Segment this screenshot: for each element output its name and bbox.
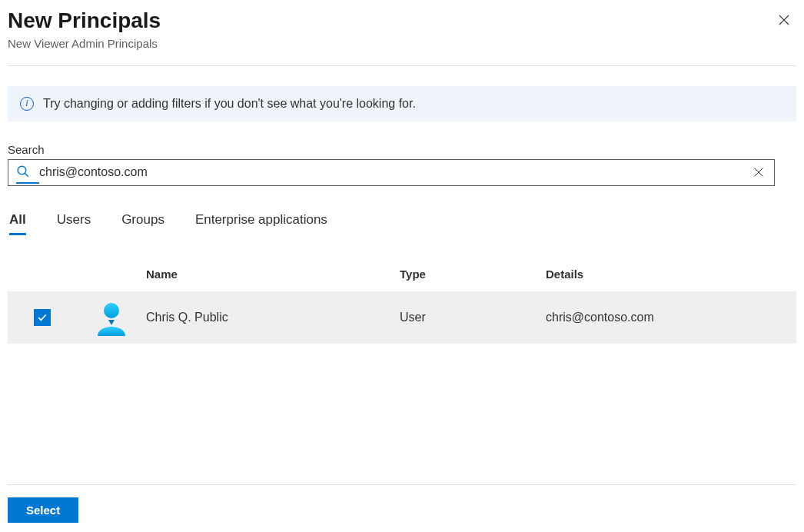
info-icon: i	[20, 97, 34, 111]
column-header-details[interactable]: Details	[546, 268, 796, 281]
row-type: User	[400, 311, 546, 324]
search-icon	[16, 165, 30, 178]
tab-users[interactable]: Users	[57, 212, 91, 234]
svg-line-3	[25, 173, 28, 177]
results-table: Name Type Details	[8, 260, 796, 344]
close-button[interactable]	[772, 8, 796, 32]
info-banner-text: Try changing or adding filters if you do…	[43, 97, 416, 111]
tab-enterprise-applications[interactable]: Enterprise applications	[195, 212, 327, 234]
row-avatar-cell	[77, 299, 146, 336]
column-header-name[interactable]: Name	[146, 268, 400, 281]
user-avatar-icon	[93, 299, 130, 336]
page-subtitle: New Viewer Admin Principals	[8, 37, 161, 50]
column-header-type[interactable]: Type	[400, 268, 546, 281]
row-checkbox-cell	[8, 309, 77, 326]
svg-point-2	[18, 166, 26, 175]
search-label: Search	[8, 143, 796, 156]
row-name: Chris Q. Public	[146, 311, 400, 324]
tab-all[interactable]: All	[9, 212, 26, 234]
close-icon	[777, 13, 791, 27]
clear-search-button[interactable]	[751, 165, 766, 180]
filter-tabs: All Users Groups Enterprise applications	[8, 212, 796, 234]
table-header: Name Type Details	[8, 260, 796, 291]
page-title: New Principals	[8, 8, 161, 34]
search-input[interactable]	[39, 165, 751, 179]
row-checkbox[interactable]	[34, 309, 51, 326]
header-titles: New Principals New Viewer Admin Principa…	[8, 8, 161, 50]
search-box[interactable]	[8, 159, 775, 186]
row-details: chris@contoso.com	[546, 311, 796, 324]
clear-icon	[753, 166, 765, 178]
info-banner: i Try changing or adding filters if you …	[8, 86, 796, 121]
table-row[interactable]: Chris Q. Public User chris@contoso.com	[8, 291, 796, 344]
tab-groups[interactable]: Groups	[121, 212, 164, 234]
search-icon-wrapper	[16, 165, 39, 181]
checkmark-icon	[37, 312, 48, 323]
svg-point-6	[104, 303, 119, 318]
panel-header: New Principals New Viewer Admin Principa…	[8, 8, 796, 66]
